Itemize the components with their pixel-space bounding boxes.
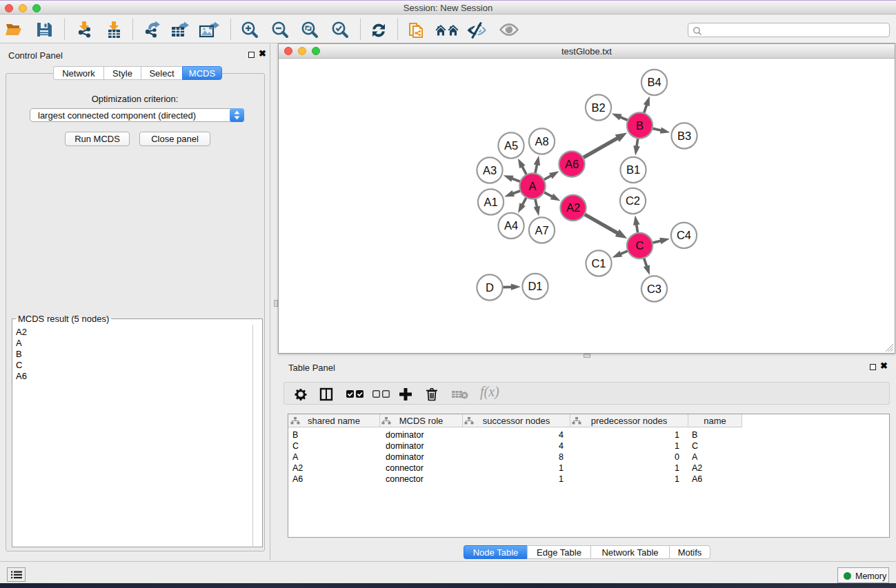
svg-text:A1: A1 [484, 196, 497, 208]
svg-text:A2: A2 [566, 201, 580, 214]
svg-text:A6: A6 [565, 158, 579, 170]
svg-text:D1: D1 [528, 280, 542, 292]
svg-text:A8: A8 [535, 135, 548, 148]
svg-text:B: B [636, 119, 644, 132]
svg-text:B4: B4 [647, 76, 661, 88]
svg-text:C4: C4 [677, 229, 691, 241]
svg-text:C3: C3 [647, 283, 661, 295]
svg-text:C: C [636, 239, 644, 252]
svg-text:B3: B3 [677, 130, 691, 142]
svg-text:A: A [528, 180, 536, 192]
svg-text:A3: A3 [483, 164, 497, 176]
svg-text:D: D [486, 281, 494, 294]
svg-text:C1: C1 [591, 257, 606, 270]
svg-text:C2: C2 [626, 194, 640, 207]
svg-text:B2: B2 [591, 101, 605, 114]
svg-text:A7: A7 [535, 224, 548, 236]
svg-text:B1: B1 [626, 163, 640, 176]
svg-text:A5: A5 [504, 139, 518, 152]
svg-text:A4: A4 [504, 219, 518, 232]
